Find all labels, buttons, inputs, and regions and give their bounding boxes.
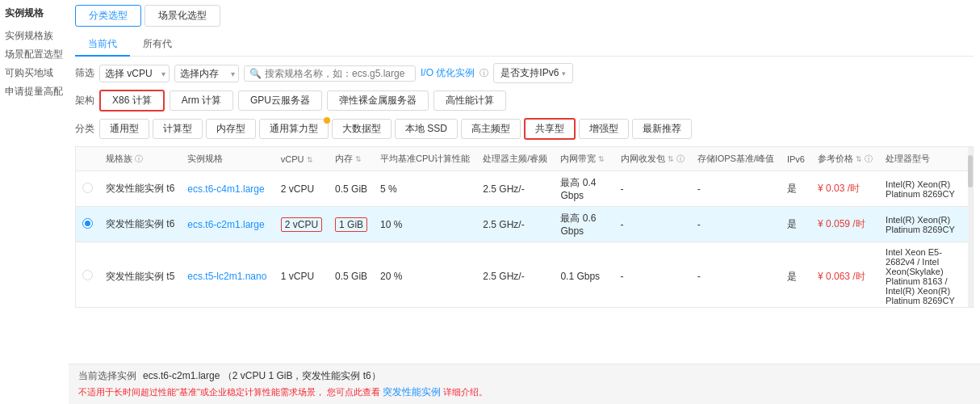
ipv6-label: 是否支持IPv6 [500, 66, 559, 80]
row-price-2: ¥ 0.063 /时 [811, 242, 879, 309]
cat-btn-general-compute[interactable]: 通用算力型 [259, 119, 329, 139]
row-radio-2[interactable] [82, 270, 93, 280]
instance-table: 规格族 ⓘ 实例规格 vCPU ⇅ 内存 ⇅ 平均基准C [76, 147, 973, 308]
mem-sort-icon[interactable]: ⇅ [355, 155, 362, 163]
mem-select[interactable]: 选择内存 [174, 65, 239, 82]
vcpu-select[interactable]: 选择 vCPU [99, 65, 170, 82]
warning-suffix: 详细介绍。 [443, 387, 488, 397]
cat-btn-enhanced[interactable]: 增强型 [579, 119, 629, 139]
row-vcpu-0: 2 vCPU [274, 171, 329, 207]
row-iops-1: - [691, 207, 781, 242]
ipv6-dropdown-arrow: ▾ [562, 69, 566, 78]
row-spec-2: ecs.t5-lc2m1.nano [181, 242, 274, 309]
cat-btn-compute[interactable]: 计算型 [153, 119, 203, 139]
general-compute-dot [324, 117, 330, 124]
row-bandwidth-1: 最高 0.6 Gbps [554, 207, 614, 242]
row-mem-highlight-1: 1 GiB [335, 217, 367, 232]
scrollbar-thumb[interactable] [968, 155, 973, 187]
row-vcpu-2: 1 vCPU [274, 242, 329, 309]
vcpu-select-wrap: 选择 vCPU [99, 65, 170, 82]
packets-sort-icon[interactable]: ⇅ [668, 155, 674, 163]
col-vcpu: vCPU ⇅ [274, 147, 329, 171]
table-row[interactable]: 突发性能实例 t6ecs.t6-c2m1.large2 vCPU1 GiB10 … [76, 207, 973, 242]
sidebar-item-region[interactable]: 可购买地域 [5, 64, 64, 82]
row-family-2: 突发性能实例 t5 [99, 242, 181, 309]
sidebar-item-family[interactable]: 实例规格族 [5, 27, 64, 45]
col-freq: 处理器主频/睿频 [476, 147, 554, 171]
col-price: 参考价格 ⇅ ⓘ [811, 147, 879, 171]
filter-row: 筛选 选择 vCPU 选择内存 🔍 I/O 优化实例 ⓘ 是否支持IPv6 ▾ [75, 63, 974, 83]
sidebar-item-scene[interactable]: 场景配置选型 [5, 45, 64, 64]
row-processor-2: Intel Xeon E5-2682v4 / Intel Xeon(Skylak… [879, 242, 973, 309]
cat-btn-latest[interactable]: 最新推荐 [632, 119, 692, 139]
instance-table-wrap: 规格族 ⓘ 实例规格 vCPU ⇅ 内存 ⇅ 平均基准C [75, 146, 974, 308]
table-scrollbar[interactable] [968, 147, 973, 307]
price-sort-icon[interactable]: ⇅ [856, 155, 862, 163]
col-ipv6: IPv6 [781, 147, 811, 171]
table-row[interactable]: 突发性能实例 t6ecs.t6-c4m1.large2 vCPU0.5 GiB5… [76, 171, 973, 207]
bandwidth-sort-icon[interactable]: ⇅ [598, 155, 605, 163]
row-bandwidth-0: 最高 0.4 Gbps [554, 171, 614, 207]
col-bandwidth: 内网带宽 ⇅ [554, 147, 614, 171]
row-ipv6-1: 是 [781, 207, 811, 242]
arch-btn-bare[interactable]: 弹性裸金属服务器 [327, 90, 429, 111]
ipv6-dropdown[interactable]: 是否支持IPv6 ▾ [493, 63, 573, 83]
row-mem-0: 0.5 GiB [329, 171, 374, 207]
row-family-0: 突发性能实例 t6 [99, 171, 181, 207]
cat-btn-localssd[interactable]: 本地 SSD [395, 119, 458, 139]
table-body: 突发性能实例 t6ecs.t6-c4m1.large2 vCPU0.5 GiB5… [76, 171, 973, 309]
bottom-bar-warning: 不适用于长时间超过性能"基准"或企业稳定计算性能需求场景， 您可点此查看 突发性… [78, 385, 970, 399]
search-input[interactable] [265, 68, 410, 79]
cat-btn-memory[interactable]: 内存型 [206, 119, 256, 139]
row-packets-1: - [614, 207, 691, 242]
vcpu-sort-icon[interactable]: ⇅ [307, 156, 313, 164]
bottom-bar-row1: 当前选择实例 ecs.t6-c2m1.large （2 vCPU 1 GiB，突… [78, 369, 970, 383]
row-vcpu-highlight-1: 2 vCPU [281, 217, 322, 232]
bottom-value: ecs.t6-c2m1.large （2 vCPU 1 GiB，突发性能实例 t… [143, 369, 381, 383]
row-spec-0: ecs.t6-c4m1.large [181, 171, 274, 207]
arch-row: 架构 X86 计算 Arm 计算 GPU云服务器 弹性裸金属服务器 高性能计算 [75, 90, 974, 112]
col-radio [76, 147, 99, 171]
warning-text: 不适用于长时间超过性能"基准"或企业稳定计算性能需求场景， [78, 387, 325, 397]
row-baseline-1: 10 % [374, 207, 476, 242]
io-filter-link[interactable]: I/O 优化实例 [421, 66, 475, 80]
cat-btn-bigdata[interactable]: 大数据型 [332, 119, 392, 139]
tab-current-gen[interactable]: 当前代 [75, 33, 130, 57]
sidebar-item-quota[interactable]: 申请提量高配 [5, 82, 64, 101]
row-radio-0[interactable] [82, 183, 93, 193]
row-baseline-2: 20 % [374, 242, 476, 309]
arch-btn-hpc[interactable]: 高性能计算 [433, 90, 506, 111]
col-mem: 内存 ⇅ [329, 147, 374, 171]
row-ipv6-2: 是 [781, 242, 811, 309]
row-ipv6-0: 是 [781, 171, 811, 207]
arch-btn-x86[interactable]: X86 计算 [99, 90, 165, 112]
arch-btn-gpu[interactable]: GPU云服务器 [238, 90, 322, 111]
row-radio-1[interactable] [82, 218, 93, 229]
row-mem-2: 0.5 GiB [329, 242, 374, 309]
row-packets-0: - [614, 171, 691, 207]
row-price-0: ¥ 0.03 /时 [811, 171, 879, 207]
col-family: 规格族 ⓘ [99, 147, 181, 171]
table-row[interactable]: 突发性能实例 t5ecs.t5-lc2m1.nano1 vCPU0.5 GiB2… [76, 242, 973, 309]
row-freq-2: 2.5 GHz/- [476, 242, 554, 309]
warning-link[interactable]: 突发性能实例 [383, 386, 441, 398]
tab-scenario[interactable]: 场景化选型 [144, 5, 220, 27]
row-freq-0: 2.5 GHz/- [476, 171, 554, 207]
tab-classify[interactable]: 分类选型 [75, 5, 141, 27]
search-icon: 🔍 [249, 68, 262, 79]
tab-all-gen[interactable]: 所有代 [130, 33, 185, 57]
sub-tab-group: 当前代 所有代 [75, 33, 974, 57]
row-freq-1: 2.5 GHz/- [476, 207, 554, 242]
col-packets: 内网收发包 ⇅ ⓘ [614, 147, 691, 171]
bottom-label: 当前选择实例 [78, 369, 136, 383]
packets-info-icon: ⓘ [676, 154, 685, 163]
arch-label: 架构 [75, 94, 94, 107]
row-bandwidth-2: 0.1 Gbps [554, 242, 614, 309]
row-family-1: 突发性能实例 t6 [99, 207, 181, 242]
cat-btn-general[interactable]: 通用型 [99, 119, 149, 139]
arch-btn-arm[interactable]: Arm 计算 [170, 90, 233, 111]
col-spec: 实例规格 [181, 147, 274, 171]
cat-btn-highfreq[interactable]: 高主频型 [461, 119, 521, 139]
cat-btn-shared[interactable]: 共享型 [524, 118, 576, 140]
col-baseline: 平均基准CPU计算性能 [374, 147, 476, 171]
